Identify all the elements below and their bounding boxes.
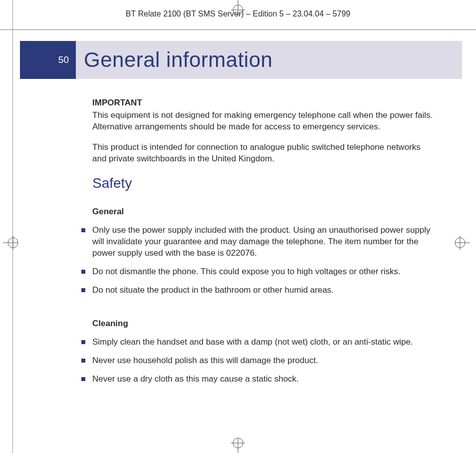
cleaning-bullet-list: Simply clean the handset and base with a… [92,337,434,385]
list-item: Do not dismantle the phone. This could e… [92,266,434,278]
page-number: 50 [58,54,69,65]
page-number-box: 50 [20,41,76,79]
cleaning-subheading: Cleaning [92,318,434,330]
important-label: IMPORTANT [92,97,434,109]
safety-heading: Safety [92,174,434,193]
list-item: Simply clean the handset and base with a… [92,337,434,348]
crop-mark-left [3,233,23,253]
crop-mark-top [228,0,248,20]
list-item: Do not situate the product in the bathro… [92,285,434,296]
horizontal-trim-line [0,29,476,30]
general-bullet-list: Only use the power supply included with … [92,225,434,296]
important-paragraph-2: This product is intended for connection … [92,142,434,165]
page-title: General information [84,41,272,79]
crop-mark-bottom [228,433,248,453]
list-item: Never use a dry cloth as this may cause … [92,374,434,385]
crop-mark-right [450,233,470,253]
list-item: Never use household polish as this will … [92,355,434,367]
main-content: IMPORTANT This equipment is not designed… [92,97,434,407]
vertical-trim-line [12,0,13,453]
important-paragraph-1: This equipment is not designed for makin… [92,110,434,133]
list-item: Only use the power supply included with … [92,225,434,259]
general-subheading: General [92,206,434,218]
